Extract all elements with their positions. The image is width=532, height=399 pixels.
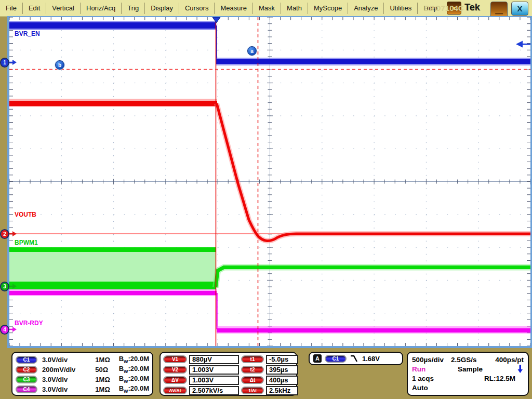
channel-settings-panel: C1 3.0V/div 1MΩ BW:20.0M C2 200mV/div 50… [11,352,153,396]
menu-measure[interactable]: Measure [215,3,253,14]
inv-delta-t-value: 2.5kHz [266,386,298,395]
c4-settings-row: C4 3.0V/div 1MΩ BW:20.0M [16,384,149,394]
acquisition-indicator-icon [516,364,524,374]
c3-badge[interactable]: C3 [16,376,37,383]
c3-scale: 3.0V/div [42,376,95,383]
inv-delta-t-badge: 1/Δt [241,387,264,394]
cursor-readout-panel: V1 880µV t1 -5.0µs V2 1.003V t2 395µs ΔV… [159,352,297,396]
menu-mask[interactable]: Mask [253,3,281,14]
acq-state-row: Run Sample [412,364,524,374]
channel-1-marker[interactable]: 1 [0,58,17,67]
channel-3-arrow-icon [9,283,17,289]
model-watermark: DPO7104C [424,4,464,12]
minimize-icon: — [495,11,503,16]
menu-file[interactable]: File [0,3,23,14]
dv-dt-badge: ΔV/Δt [163,387,187,394]
c3-bandwidth: BW:20.0M [119,375,149,384]
timebase-value: 500µs/div [412,356,444,364]
c4-badge[interactable]: C4 [16,385,37,393]
t2-badge: t2 [241,366,264,374]
oscilloscope-screen: { "menu": { "items": ["File","Edit","Ver… [0,0,532,399]
menu-edit[interactable]: Edit [23,3,46,14]
acq-count-row: 1 acqs RL:12.5M [412,374,524,383]
channel-3-marker[interactable]: 3 [0,282,17,291]
trigger-mode-value: Auto [412,384,428,392]
c1-settings-row: C1 3.0V/div 1MΩ BW:20.0M [16,355,149,364]
v2-badge: V2 [163,366,187,374]
acq-state-value: Run [412,365,458,373]
channel-2-marker[interactable]: 2 [0,229,17,238]
trigger-group-badge: A [313,354,322,363]
record-length-value: RL:12.5M [484,375,515,382]
delta-t-value: 400µs [266,376,298,385]
waveform-display[interactable]: BVR_EN VOUTB BPWM1 BVR-RDY a b [7,16,532,348]
graticule-grid [9,17,530,346]
t1-badge: t1 [241,355,264,363]
waveform-canvas [9,17,530,346]
t1-value: -5.0µs [266,355,298,364]
dv-dt-value: 2.507kV/s [189,386,239,395]
trigger-source-badge: C1 [325,355,347,363]
menu-display[interactable]: Display [145,3,179,14]
close-button[interactable]: X [511,2,528,16]
menu-cursors[interactable]: Cursors [179,3,215,14]
resolution-value: 400ps/pt [495,356,524,364]
menu-vertical[interactable]: Vertical [46,3,81,14]
timebase-row: 500µs/div 2.5GS/s 400ps/pt [412,355,524,364]
cursor-b-handle[interactable]: b [55,60,64,70]
horizontal-acq-panel: 500µs/div 2.5GS/s 400ps/pt Run Sample 1 … [407,352,529,396]
v1-badge: V1 [163,355,187,363]
c2-scale: 200mV/div [42,366,95,374]
close-icon: X [517,4,522,13]
trigger-readout-panel: A C1 1.68V [309,352,403,365]
delta-v-badge: ΔV [163,376,187,384]
c2-badge[interactable]: C2 [16,366,37,374]
c1-badge[interactable]: C1 [16,356,37,364]
tek-logo: Tek [464,2,480,13]
sample-rate-value: 2.5GS/s [451,356,477,364]
delta-t-badge: Δt [241,376,264,384]
menu-analyze[interactable]: Analyze [348,3,384,14]
channel-1-arrow-icon [9,59,17,65]
trigger-level-icon[interactable] [516,41,530,48]
channel-4-arrow-icon [9,326,17,332]
c4-scale: 3.0V/div [42,385,95,393]
c3-impedance: 1MΩ [95,376,118,383]
acq-count-value: 1 acqs [412,375,434,382]
v1-value: 880µV [189,355,239,364]
cursor-a-handle[interactable]: a [247,46,257,56]
c1-label: BVR_EN [15,30,40,37]
c2-settings-row: C2 200mV/div 50Ω BW:20.0M [16,365,149,374]
c1-scale: 3.0V/div [42,356,95,364]
t2-value: 395µs [266,365,298,375]
c2-bandwidth: BW:20.0M [119,365,149,374]
acq-mode-value: Sample [458,365,483,373]
menu-bar: File Edit Vertical Horiz/Acq Trig Displa… [0,0,532,17]
c3-settings-row: C3 3.0V/div 1MΩ BW:20.0M [16,375,149,384]
v2-value: 1.003V [189,365,239,375]
falling-edge-icon [350,354,359,363]
channel-4-marker[interactable]: 4 [0,325,17,334]
c2-label: VOUTB [15,211,36,218]
channel-2-arrow-icon [9,231,17,237]
c1-bandwidth: BW:20.0M [119,355,149,364]
menu-math[interactable]: Math [281,3,308,14]
c1-impedance: 1MΩ [95,356,118,364]
menu-trig[interactable]: Trig [122,3,145,14]
delta-v-value: 1.003V [189,376,239,385]
c4-label: BVR-RDY [15,320,43,327]
c4-impedance: 1MΩ [95,385,118,393]
menu-myscope[interactable]: MyScope [308,3,348,14]
menu-horiz-acq[interactable]: Horiz/Acq [81,3,122,14]
c4-bandwidth: BW:20.0M [119,384,149,394]
c3-label: BPWM1 [15,239,38,246]
trigger-mode-row: Auto [412,383,524,393]
c2-impedance: 50Ω [95,366,118,374]
trigger-level-value: 1.68V [362,355,380,363]
menu-utilities[interactable]: Utilities [384,3,418,14]
